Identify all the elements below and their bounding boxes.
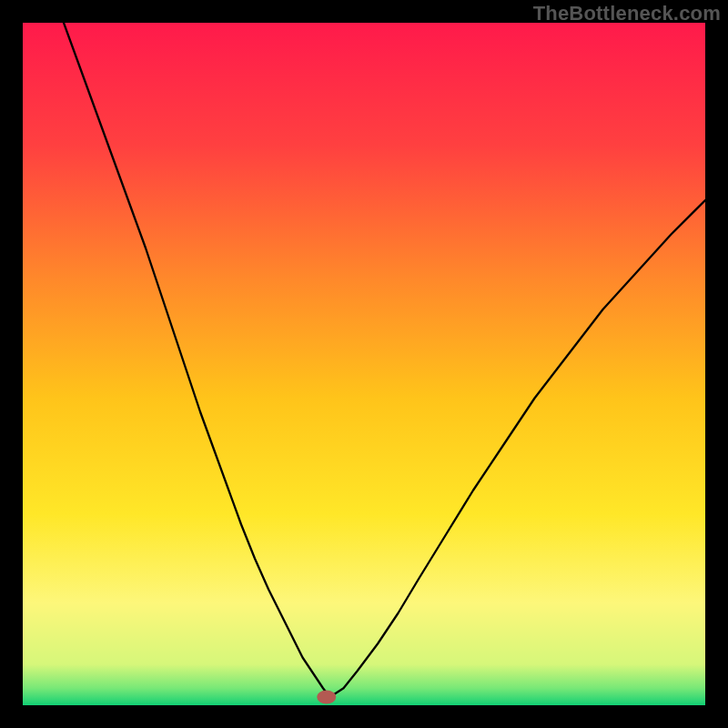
outer-black-frame: TheBottleneck.com	[0, 0, 728, 728]
watermark-text: TheBottleneck.com	[533, 2, 721, 25]
optimal-marker	[317, 691, 336, 704]
gradient-background	[23, 23, 705, 705]
bottleneck-chart	[23, 23, 705, 705]
